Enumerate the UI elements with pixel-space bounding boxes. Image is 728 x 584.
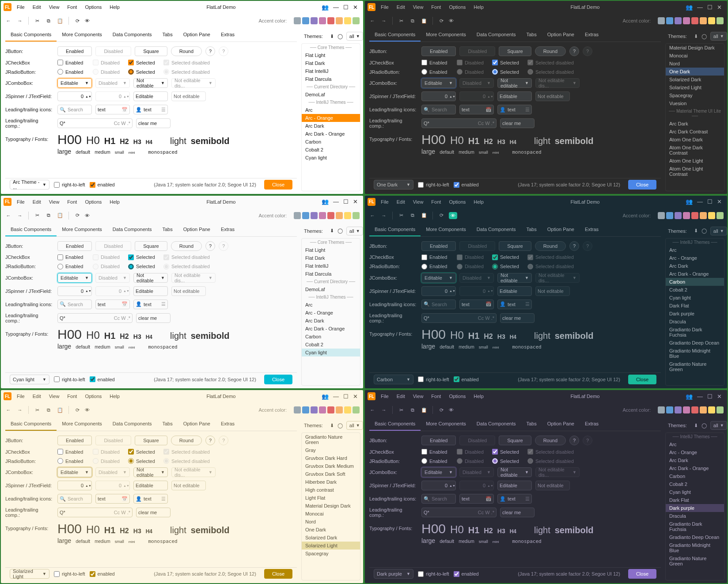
- paste-icon[interactable]: 📋: [420, 212, 428, 218]
- forward-icon[interactable]: →: [16, 407, 24, 413]
- text-with-trail-1[interactable]: text📅: [95, 494, 130, 504]
- theme-item[interactable]: Arc: [666, 440, 724, 448]
- users-icon[interactable]: 👥: [686, 4, 693, 11]
- theme-item[interactable]: Light Flat: [302, 494, 360, 502]
- accent-swatch-7[interactable]: [717, 17, 724, 24]
- accent-swatch-2[interactable]: [675, 17, 682, 24]
- square-button[interactable]: Square: [499, 241, 531, 251]
- text-with-trail-2[interactable]: 👤 text☰: [133, 494, 168, 504]
- text-with-trail-2[interactable]: 👤 text☰: [133, 300, 168, 309]
- round-button[interactable]: Round: [171, 436, 202, 445]
- eye-icon[interactable]: 👁: [449, 18, 454, 23]
- combo-editable[interactable]: Editable▼: [421, 273, 456, 283]
- accent-swatch-1[interactable]: [666, 212, 673, 219]
- accent-swatch-4[interactable]: [691, 17, 698, 24]
- theme-item[interactable]: High contrast: [302, 486, 360, 494]
- combo-noteditable[interactable]: Not editable▼: [497, 273, 532, 283]
- radio-enabled[interactable]: Enabled: [57, 264, 89, 269]
- accent-swatch-0[interactable]: [294, 17, 301, 24]
- menu-edit[interactable]: Edit: [29, 3, 45, 11]
- theme-item[interactable]: Solarized Light: [302, 542, 360, 550]
- filter-select[interactable]: all ▼: [346, 421, 363, 430]
- accent-swatch-5[interactable]: [336, 17, 343, 24]
- menu-view[interactable]: View: [46, 198, 63, 206]
- list-icon[interactable]: ☰: [161, 496, 166, 502]
- theme-item[interactable]: Gradianto Deep Ocean: [666, 339, 724, 347]
- theme-item[interactable]: Arc: [666, 246, 724, 254]
- back-icon[interactable]: ←: [368, 407, 376, 413]
- radio-selected[interactable]: Selected: [128, 264, 160, 269]
- theme-selector[interactable]: Arc Theme - ...▼: [10, 180, 49, 190]
- users-icon[interactable]: 👥: [322, 393, 329, 400]
- back-icon[interactable]: ←: [4, 407, 12, 413]
- refresh-icon[interactable]: ⟳: [437, 407, 445, 413]
- round-button[interactable]: Round: [535, 241, 566, 251]
- accent-swatch-7[interactable]: [353, 212, 360, 219]
- copy-icon[interactable]: ⧉: [45, 212, 53, 218]
- accent-swatch-0[interactable]: [294, 212, 301, 219]
- checkbox-enabled[interactable]: Enabled: [57, 449, 89, 455]
- enabled-button[interactable]: Enabled: [421, 436, 456, 445]
- help-button[interactable]: ?: [569, 436, 579, 445]
- minimize-icon[interactable]: —: [333, 393, 339, 400]
- checkbox-enabled[interactable]: Enabled: [421, 254, 453, 260]
- download-icon[interactable]: ⬇: [694, 34, 698, 39]
- textfield-editable[interactable]: Editable: [497, 286, 532, 296]
- rtl-checkbox[interactable]: right-to-left: [54, 376, 85, 382]
- tab-2[interactable]: Data Components: [107, 223, 157, 236]
- enabled-button[interactable]: Enabled: [421, 241, 456, 251]
- spinner-1[interactable]: 0▲▼: [57, 91, 92, 101]
- rtl-checkbox[interactable]: right-to-left: [418, 376, 449, 382]
- filter-select[interactable]: all ▼: [346, 227, 363, 235]
- menu-view[interactable]: View: [410, 198, 427, 206]
- theme-item[interactable]: Arc Dark Contrast: [666, 128, 724, 136]
- close-icon[interactable]: ✕: [353, 393, 358, 400]
- theme-item[interactable]: Arc: [302, 106, 360, 114]
- theme-item[interactable]: Arc Dark: [666, 120, 724, 128]
- clearme-field[interactable]: clear me: [500, 508, 535, 517]
- calendar-icon[interactable]: 📅: [121, 301, 128, 307]
- tab-1[interactable]: More Components: [421, 417, 471, 431]
- enabled-checkbox[interactable]: enabled: [90, 571, 115, 577]
- menu-help[interactable]: Help: [470, 392, 487, 400]
- theme-item[interactable]: DemoLaf: [302, 285, 360, 293]
- search-field[interactable]: 🔍Search: [57, 300, 92, 309]
- tab-2[interactable]: Data Components: [471, 28, 521, 42]
- theme-item[interactable]: Arc Dark: [666, 262, 724, 270]
- users-icon[interactable]: 👥: [686, 393, 693, 400]
- tab-1[interactable]: More Components: [421, 223, 471, 236]
- help-button[interactable]: ?: [569, 241, 579, 251]
- checkbox-selected[interactable]: Selected: [128, 60, 160, 65]
- github-icon[interactable]: ◯: [337, 228, 343, 234]
- tab-1[interactable]: More Components: [57, 417, 107, 431]
- text-with-trail-2[interactable]: 👤 text☰: [497, 105, 532, 114]
- theme-item[interactable]: Nord: [666, 60, 724, 68]
- download-icon[interactable]: ⬇: [694, 423, 698, 429]
- menu-edit[interactable]: Edit: [29, 198, 45, 206]
- paste-icon[interactable]: 📋: [420, 18, 428, 24]
- menu-help[interactable]: Help: [470, 3, 487, 11]
- calendar-icon[interactable]: 📅: [485, 301, 492, 307]
- combo-noteditable[interactable]: Not editable▼: [133, 78, 168, 88]
- rtl-checkbox[interactable]: right-to-left: [54, 571, 85, 577]
- square-button[interactable]: Square: [135, 241, 167, 251]
- rtl-checkbox[interactable]: right-to-left: [54, 182, 85, 188]
- accent-swatch-5[interactable]: [700, 212, 707, 219]
- copy-icon[interactable]: ⧉: [409, 212, 417, 218]
- theme-item[interactable]: Flat IntelliJ: [302, 262, 360, 270]
- theme-item[interactable]: Atom One Dark: [666, 136, 724, 144]
- theme-list[interactable]: ── IntelliJ Themes ──ArcArc - OrangeArc …: [665, 238, 724, 386]
- radio-enabled[interactable]: Enabled: [57, 458, 89, 464]
- rtl-checkbox[interactable]: right-to-left: [418, 182, 449, 188]
- tab-0[interactable]: Basic Components: [369, 223, 421, 236]
- qstar-field[interactable]: Q*Cc W .*: [421, 313, 497, 323]
- theme-item[interactable]: Gray: [302, 446, 360, 454]
- theme-item[interactable]: One Dark: [666, 68, 724, 76]
- accent-swatch-6[interactable]: [344, 406, 351, 413]
- menu-options[interactable]: Options: [445, 3, 469, 11]
- theme-item[interactable]: Flat Light: [302, 246, 360, 254]
- menu-options[interactable]: Options: [81, 198, 105, 206]
- combo-noteditable[interactable]: Not editable▼: [133, 273, 168, 283]
- accent-swatch-4[interactable]: [327, 17, 334, 24]
- tab-0[interactable]: Basic Components: [5, 223, 57, 236]
